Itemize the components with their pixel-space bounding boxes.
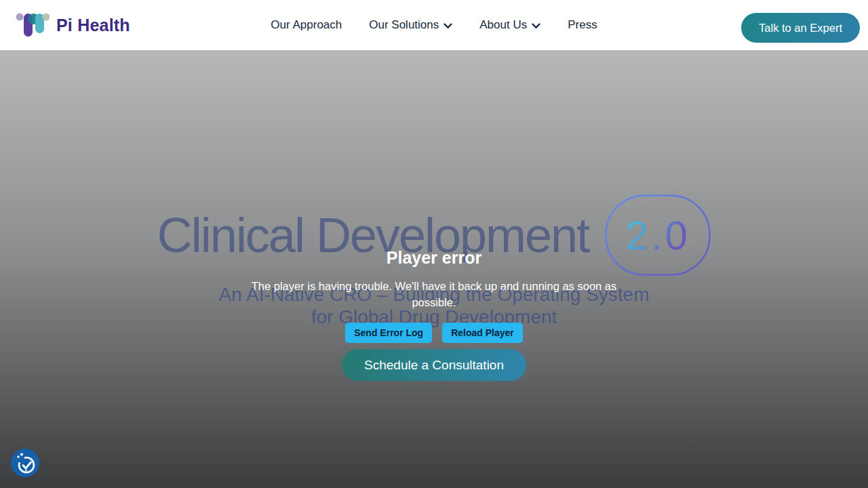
pi-health-logo-icon <box>16 10 50 40</box>
hero-title: Clinical Development <box>157 207 589 263</box>
site-header: Pi Health Our Approach Our Solutions Abo… <box>0 0 868 50</box>
hero-title-row: Clinical Development 2.0 <box>0 195 868 276</box>
nav-item-our-approach[interactable]: Our Approach <box>271 18 342 32</box>
pi-health-logo[interactable]: Pi Health <box>16 0 130 50</box>
send-error-log-button[interactable]: Send Error Log <box>345 323 432 343</box>
hero-section: Clinical Development 2.0 An AI-Native CR… <box>0 50 868 488</box>
cookie-consent-button[interactable] <box>11 449 39 477</box>
chevron-down-icon <box>443 19 452 33</box>
reload-player-button[interactable]: Reload Player <box>442 323 523 343</box>
talk-to-expert-button[interactable]: Talk to an Expert <box>741 13 860 43</box>
badge-ring-outline <box>605 195 711 276</box>
chevron-down-icon <box>532 19 540 33</box>
nav-label: About Us <box>479 18 527 32</box>
brand-name: Pi Health <box>56 16 130 35</box>
nav-item-about-us[interactable]: About Us <box>479 18 540 33</box>
nav-label: Our Approach <box>271 18 342 32</box>
version-2-badge: 2.0 <box>605 195 711 276</box>
nav-label: Our Solutions <box>369 18 439 32</box>
nav-item-press[interactable]: Press <box>568 18 597 32</box>
schedule-consultation-button[interactable]: Schedule a Consultation <box>342 349 526 381</box>
main-nav: Our Approach Our Solutions About Us Pres… <box>271 18 597 33</box>
nav-item-our-solutions[interactable]: Our Solutions <box>369 18 452 33</box>
nav-label: Press <box>568 18 597 32</box>
player-error-buttons: Send Error Log Reload Player <box>0 323 868 343</box>
hero-subtitle-line1: An AI-Native CRO – Building the Operatin… <box>0 283 868 306</box>
hero-subtitle: An AI-Native CRO – Building the Operatin… <box>0 283 868 328</box>
cookie-check-icon <box>11 449 39 479</box>
